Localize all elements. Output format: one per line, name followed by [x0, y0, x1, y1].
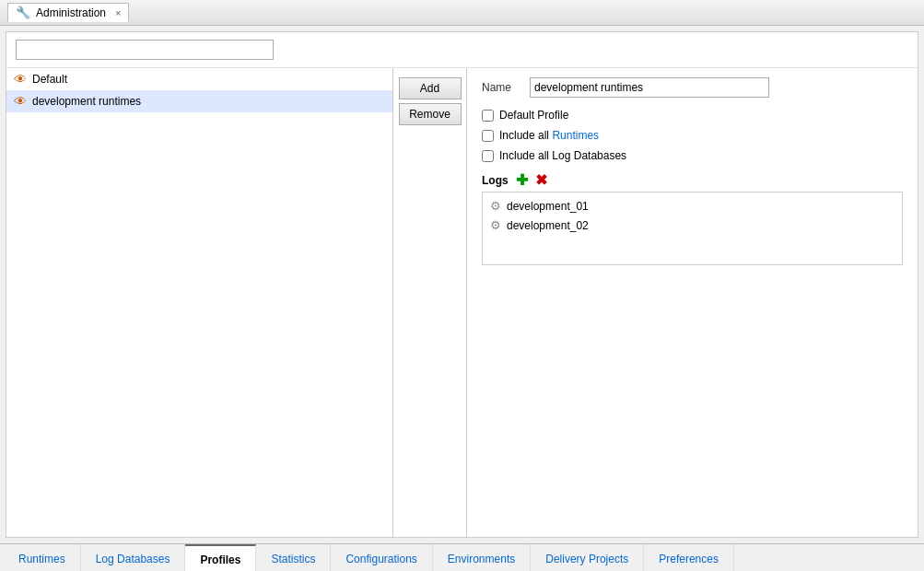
tab-log-databases[interactable]: Log Databases	[81, 544, 186, 571]
profile-label: Default	[32, 73, 67, 86]
add-button[interactable]: Add	[399, 77, 462, 99]
default-profile-checkbox[interactable]	[482, 110, 494, 122]
log-item[interactable]: ⚙ development_02	[486, 216, 898, 235]
content-area: 👁 Default 👁 development runtimes Add Rem…	[6, 68, 918, 537]
list-item[interactable]: 👁 Default	[6, 68, 392, 90]
logs-header: Logs ✚ ✖	[482, 173, 903, 188]
tab-preferences[interactable]: Preferences	[644, 544, 734, 571]
tab-configurations[interactable]: Configurations	[331, 544, 432, 571]
checkboxes-section: Default Profile Include all Runtimes Inc…	[482, 109, 903, 162]
logs-remove-button[interactable]: ✖	[535, 173, 547, 188]
detail-panel: Name Default Profile Include all Runtime…	[467, 68, 918, 537]
title-bar: 🔧 Administration ×	[0, 0, 924, 26]
main-panel: 👁 Default 👁 development runtimes Add Rem…	[6, 31, 918, 538]
tab-environments[interactable]: Environments	[433, 544, 531, 571]
profile-label: development runtimes	[32, 95, 141, 108]
name-input[interactable]	[530, 77, 769, 98]
search-bar	[6, 32, 918, 68]
tab-statistics[interactable]: Statistics	[256, 544, 331, 571]
title-icon: 🔧	[16, 6, 30, 19]
eye-icon: 👁	[14, 94, 27, 109]
checkbox-row: Default Profile	[482, 109, 903, 122]
tab-profiles[interactable]: Profiles	[185, 544, 256, 571]
search-input[interactable]	[16, 40, 274, 60]
close-button[interactable]: ×	[115, 7, 121, 18]
name-row: Name	[482, 77, 903, 98]
bottom-tabs: Runtimes Log Databases Profiles Statisti…	[0, 543, 924, 571]
include-runtimes-checkbox[interactable]	[482, 130, 494, 142]
gear-icon: ⚙	[490, 199, 501, 213]
checkbox-row: Include all Log Databases	[482, 149, 903, 162]
include-runtimes-label: Include all Runtimes	[499, 129, 599, 142]
action-panel: Add Remove	[393, 68, 467, 537]
include-log-databases-checkbox[interactable]	[482, 150, 494, 162]
name-label: Name	[482, 81, 519, 94]
tab-delivery-projects[interactable]: Delivery Projects	[531, 544, 644, 571]
logs-add-button[interactable]: ✚	[516, 173, 528, 188]
logs-section: Logs ✚ ✖ ⚙ development_01 ⚙ development_…	[482, 173, 903, 528]
remove-button[interactable]: Remove	[399, 103, 462, 125]
eye-icon: 👁	[14, 72, 27, 87]
gear-icon: ⚙	[490, 218, 501, 232]
logs-title: Logs	[482, 174, 509, 187]
title-tab[interactable]: 🔧 Administration ×	[7, 3, 129, 22]
log-item-label: development_01	[507, 200, 589, 213]
default-profile-label: Default Profile	[499, 109, 568, 122]
checkbox-row: Include all Runtimes	[482, 129, 903, 142]
log-item[interactable]: ⚙ development_01	[486, 196, 898, 216]
tab-runtimes[interactable]: Runtimes	[4, 544, 81, 571]
log-item-label: development_02	[507, 219, 589, 232]
list-item[interactable]: 👁 development runtimes	[6, 90, 392, 112]
runtimes-link[interactable]: Runtimes	[552, 129, 599, 142]
profiles-list: 👁 Default 👁 development runtimes	[6, 68, 393, 537]
logs-list: ⚙ development_01 ⚙ development_02	[482, 192, 903, 265]
title-text: Administration	[36, 6, 106, 19]
include-log-databases-label: Include all Log Databases	[499, 149, 626, 162]
